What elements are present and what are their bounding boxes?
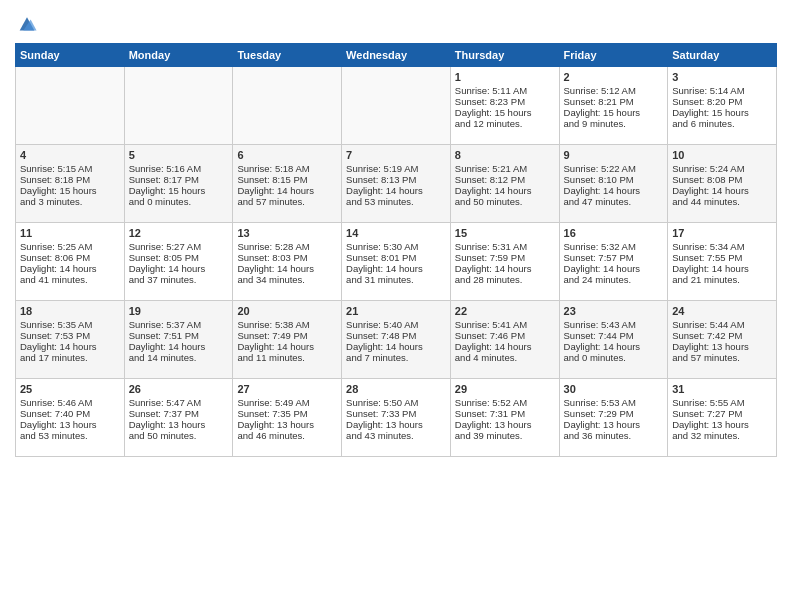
day-info: and 3 minutes.: [20, 196, 120, 207]
day-info: Daylight: 14 hours: [346, 341, 446, 352]
day-number: 5: [129, 149, 229, 161]
day-info: Sunrise: 5:11 AM: [455, 85, 555, 96]
day-info: and 14 minutes.: [129, 352, 229, 363]
day-info: and 36 minutes.: [564, 430, 664, 441]
day-info: Sunrise: 5:37 AM: [129, 319, 229, 330]
header-cell: Tuesday: [233, 43, 342, 66]
day-number: 20: [237, 305, 337, 317]
calendar-row: 4Sunrise: 5:15 AMSunset: 8:18 PMDaylight…: [16, 144, 777, 222]
day-number: 10: [672, 149, 772, 161]
calendar-cell: 7Sunrise: 5:19 AMSunset: 8:13 PMDaylight…: [342, 144, 451, 222]
day-info: Daylight: 15 hours: [129, 185, 229, 196]
calendar-cell: 1Sunrise: 5:11 AMSunset: 8:23 PMDaylight…: [450, 66, 559, 144]
calendar-cell: 12Sunrise: 5:27 AMSunset: 8:05 PMDayligh…: [124, 222, 233, 300]
day-info: Sunset: 7:40 PM: [20, 408, 120, 419]
day-info: and 17 minutes.: [20, 352, 120, 363]
day-number: 19: [129, 305, 229, 317]
day-info: and 46 minutes.: [237, 430, 337, 441]
logo-icon: [16, 14, 38, 36]
day-info: Sunrise: 5:32 AM: [564, 241, 664, 252]
header-cell: Saturday: [668, 43, 777, 66]
header-cell: Thursday: [450, 43, 559, 66]
day-info: Daylight: 13 hours: [672, 341, 772, 352]
day-info: Daylight: 14 hours: [455, 263, 555, 274]
day-number: 4: [20, 149, 120, 161]
day-info: and 50 minutes.: [455, 196, 555, 207]
calendar-cell: 8Sunrise: 5:21 AMSunset: 8:12 PMDaylight…: [450, 144, 559, 222]
day-number: 15: [455, 227, 555, 239]
day-info: Daylight: 14 hours: [129, 263, 229, 274]
calendar-cell: 16Sunrise: 5:32 AMSunset: 7:57 PMDayligh…: [559, 222, 668, 300]
day-info: and 41 minutes.: [20, 274, 120, 285]
day-info: and 28 minutes.: [455, 274, 555, 285]
day-info: Sunset: 7:42 PM: [672, 330, 772, 341]
day-number: 28: [346, 383, 446, 395]
day-info: Sunrise: 5:46 AM: [20, 397, 120, 408]
calendar-cell: 11Sunrise: 5:25 AMSunset: 8:06 PMDayligh…: [16, 222, 125, 300]
day-info: Sunset: 7:59 PM: [455, 252, 555, 263]
calendar-table: SundayMondayTuesdayWednesdayThursdayFrid…: [15, 43, 777, 457]
calendar-cell: 6Sunrise: 5:18 AMSunset: 8:15 PMDaylight…: [233, 144, 342, 222]
calendar-cell: 23Sunrise: 5:43 AMSunset: 7:44 PMDayligh…: [559, 300, 668, 378]
day-info: Daylight: 14 hours: [672, 185, 772, 196]
calendar-cell: [342, 66, 451, 144]
day-info: Sunrise: 5:55 AM: [672, 397, 772, 408]
calendar-cell: 2Sunrise: 5:12 AMSunset: 8:21 PMDaylight…: [559, 66, 668, 144]
day-info: Sunrise: 5:25 AM: [20, 241, 120, 252]
day-info: Daylight: 15 hours: [455, 107, 555, 118]
day-number: 3: [672, 71, 772, 83]
day-info: Sunset: 8:01 PM: [346, 252, 446, 263]
day-info: Sunrise: 5:47 AM: [129, 397, 229, 408]
day-info: and 47 minutes.: [564, 196, 664, 207]
day-info: Daylight: 14 hours: [346, 185, 446, 196]
header-cell: Sunday: [16, 43, 125, 66]
day-info: and 39 minutes.: [455, 430, 555, 441]
day-info: Daylight: 14 hours: [20, 263, 120, 274]
day-info: and 37 minutes.: [129, 274, 229, 285]
day-info: Sunrise: 5:12 AM: [564, 85, 664, 96]
day-info: and 24 minutes.: [564, 274, 664, 285]
day-info: Daylight: 14 hours: [564, 185, 664, 196]
calendar-row: 11Sunrise: 5:25 AMSunset: 8:06 PMDayligh…: [16, 222, 777, 300]
day-info: Sunset: 7:51 PM: [129, 330, 229, 341]
day-info: Sunset: 8:15 PM: [237, 174, 337, 185]
day-info: and 53 minutes.: [346, 196, 446, 207]
day-info: Daylight: 14 hours: [564, 341, 664, 352]
calendar-cell: [16, 66, 125, 144]
day-info: Sunrise: 5:22 AM: [564, 163, 664, 174]
calendar-cell: [233, 66, 342, 144]
day-number: 13: [237, 227, 337, 239]
day-info: and 12 minutes.: [455, 118, 555, 129]
day-info: Sunset: 8:18 PM: [20, 174, 120, 185]
calendar-cell: 5Sunrise: 5:16 AMSunset: 8:17 PMDaylight…: [124, 144, 233, 222]
header-cell: Friday: [559, 43, 668, 66]
day-info: Sunrise: 5:44 AM: [672, 319, 772, 330]
day-info: Sunrise: 5:21 AM: [455, 163, 555, 174]
calendar-cell: 29Sunrise: 5:52 AMSunset: 7:31 PMDayligh…: [450, 378, 559, 456]
day-info: Sunrise: 5:38 AM: [237, 319, 337, 330]
day-info: and 21 minutes.: [672, 274, 772, 285]
day-info: Daylight: 14 hours: [129, 341, 229, 352]
day-info: and 4 minutes.: [455, 352, 555, 363]
day-info: Sunset: 7:27 PM: [672, 408, 772, 419]
day-info: Daylight: 14 hours: [455, 341, 555, 352]
day-number: 14: [346, 227, 446, 239]
day-info: Sunrise: 5:35 AM: [20, 319, 120, 330]
day-info: and 34 minutes.: [237, 274, 337, 285]
day-info: Sunrise: 5:50 AM: [346, 397, 446, 408]
day-info: Sunset: 8:21 PM: [564, 96, 664, 107]
day-info: Sunset: 8:10 PM: [564, 174, 664, 185]
calendar-cell: 3Sunrise: 5:14 AMSunset: 8:20 PMDaylight…: [668, 66, 777, 144]
day-info: Sunrise: 5:53 AM: [564, 397, 664, 408]
day-info: Sunrise: 5:28 AM: [237, 241, 337, 252]
day-info: Sunrise: 5:41 AM: [455, 319, 555, 330]
day-info: and 50 minutes.: [129, 430, 229, 441]
day-info: Sunrise: 5:40 AM: [346, 319, 446, 330]
day-info: Sunset: 8:12 PM: [455, 174, 555, 185]
calendar-cell: 28Sunrise: 5:50 AMSunset: 7:33 PMDayligh…: [342, 378, 451, 456]
day-info: Sunset: 8:13 PM: [346, 174, 446, 185]
calendar-cell: 31Sunrise: 5:55 AMSunset: 7:27 PMDayligh…: [668, 378, 777, 456]
day-info: Sunset: 7:29 PM: [564, 408, 664, 419]
day-info: Daylight: 14 hours: [564, 263, 664, 274]
day-info: Sunset: 7:55 PM: [672, 252, 772, 263]
